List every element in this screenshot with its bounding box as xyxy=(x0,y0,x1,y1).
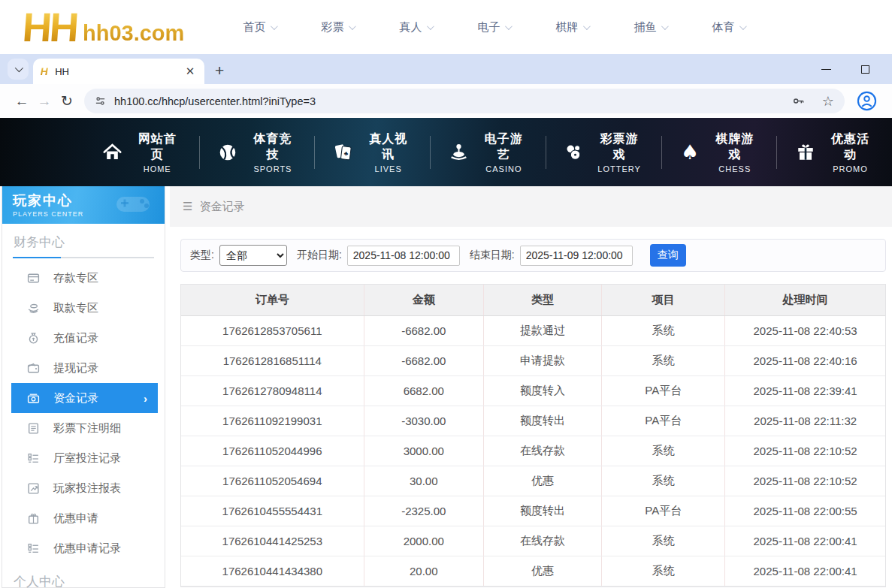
type-select[interactable]: 全部 xyxy=(219,245,287,266)
game-nav-labels: 电子游艺CASINO xyxy=(479,131,528,173)
breadcrumb-label: 资金记录 xyxy=(199,200,244,214)
roulette-icon xyxy=(448,142,470,162)
cards-icon: ♣ xyxy=(332,142,354,162)
site-logo[interactable]: HH hh03.com xyxy=(23,5,184,50)
game-nav-item[interactable]: ♠棋牌游戏CHESS xyxy=(661,136,777,169)
table-row: 1762612816851114-6682.00申请提款系统2025-11-08… xyxy=(181,346,885,376)
sidebar-item-资金记录[interactable]: 资金记录› xyxy=(11,383,158,413)
sidebar-item-提现记录[interactable]: 提现记录 xyxy=(11,353,158,383)
table-row: 1762611092199031-3030.00额度转出PA平台2025-11-… xyxy=(181,406,885,436)
funds-table: 订单号金额类型项目处理时间 1762612853705611-6682.00提款… xyxy=(180,284,886,587)
table-cell: 6682.00 xyxy=(364,376,484,406)
section-underline xyxy=(13,257,154,258)
site-info-icon[interactable] xyxy=(95,95,106,107)
table-row: 1762610455554431-2325.00额度转出PA平台2025-11-… xyxy=(181,496,885,526)
game-nav-item[interactable]: 电子游艺CASINO xyxy=(430,136,546,169)
game-nav-label-zh: 棋牌游戏 xyxy=(710,131,759,163)
table-cell: 2025-11-08 22:40:53 xyxy=(725,316,885,345)
browser-tab[interactable]: H HH ✕ xyxy=(33,59,204,84)
game-nav-item[interactable]: 优惠活动PROMO xyxy=(776,136,892,169)
top-nav: 首页彩票真人电子棋牌捕鱼体育 xyxy=(220,0,767,54)
table-cell: 1762612816851114 xyxy=(181,346,364,375)
table-row: 17626104414252532000.00在线存款系统2025-11-08 … xyxy=(181,526,885,556)
chevron-right-icon: › xyxy=(144,392,147,405)
table-cell: 系统 xyxy=(602,556,725,586)
table-header-cell: 处理时间 xyxy=(725,285,885,315)
game-nav-item[interactable]: ♣真人视讯LIVES xyxy=(314,136,430,169)
url-text[interactable]: hh100.cc/hhcp/usercenter.html?iniType=3 xyxy=(114,95,791,107)
sidebar-item-label: 充值记录 xyxy=(53,331,98,345)
hamburger-icon[interactable]: ☰ xyxy=(183,200,192,213)
game-nav-label-en: LOTTERY xyxy=(595,164,644,173)
tab-search-button[interactable] xyxy=(8,59,29,80)
table-cell: 2025-11-08 22:00:41 xyxy=(725,526,885,556)
top-nav-item[interactable]: 彩票 xyxy=(298,0,376,54)
top-nav-item[interactable]: 体育 xyxy=(689,0,767,54)
search-button[interactable]: 查询 xyxy=(650,244,686,267)
table-cell: 系统 xyxy=(602,316,725,345)
game-nav: 网站首页HOME体育竞技SPORTS♣真人视讯LIVES电子游艺CASINO彩票… xyxy=(0,118,892,186)
table-cell: -6682.00 xyxy=(364,316,484,345)
top-nav-item[interactable]: 电子 xyxy=(455,0,533,54)
tab-close-icon[interactable]: ✕ xyxy=(183,65,197,78)
top-nav-item[interactable]: 捕鱼 xyxy=(611,0,689,54)
top-nav-item[interactable]: 棋牌 xyxy=(533,0,611,54)
lottery-balls-icon xyxy=(564,142,585,162)
sidebar-item-取款专区[interactable]: 取款专区 xyxy=(11,293,158,323)
sidebar-item-存款专区[interactable]: 存款专区 xyxy=(11,263,158,293)
reload-button[interactable]: ↻ xyxy=(56,92,78,110)
table-cell: 2025-11-08 22:40:16 xyxy=(725,346,885,375)
breadcrumb: ☰ 资金记录 xyxy=(170,186,892,227)
sidebar-item-彩票下注明细[interactable]: 彩票下注明细 xyxy=(11,413,158,443)
sidebar-menu: 存款专区取款专区充值记录提现记录资金记录›彩票下注明细厅室投注记录玩家投注报表优… xyxy=(2,263,165,563)
forward-button[interactable]: → xyxy=(33,93,56,110)
password-key-icon[interactable] xyxy=(791,94,806,108)
maximize-button[interactable] xyxy=(861,65,869,74)
logo-hh-text: HH xyxy=(21,5,78,50)
table-cell: 额度转出 xyxy=(484,406,602,436)
bookmark-star-icon[interactable]: ☆ xyxy=(822,93,834,110)
gamepad-icon xyxy=(112,191,156,221)
list-icon xyxy=(27,542,41,555)
tab-title: HH xyxy=(55,66,69,77)
sidebar-item-玩家投注报表[interactable]: 玩家投注报表 xyxy=(11,473,158,503)
table-row: 17626110520449963000.00在线存款系统2025-11-08 … xyxy=(181,436,885,466)
new-tab-button[interactable]: + xyxy=(215,64,224,77)
table-cell: 2025-11-08 22:10:52 xyxy=(725,466,885,496)
table-header-cell: 金额 xyxy=(364,285,484,315)
game-nav-item[interactable]: 体育竞技SPORTS xyxy=(199,136,315,169)
players-center-banner[interactable]: 玩家中心 PLAYERS CENTER xyxy=(2,186,165,224)
top-nav-label: 电子 xyxy=(477,20,500,35)
game-nav-item[interactable]: 网站首页HOME xyxy=(84,136,199,169)
sidebar-item-厅室投注记录[interactable]: 厅室投注记录 xyxy=(11,443,158,473)
main-content: ☰ 资金记录 类型: 全部 开始日期: 结束日期: 查询 订单号金额类型项目处理… xyxy=(165,186,892,588)
sidebar-item-充值记录[interactable]: 充值记录 xyxy=(11,323,158,353)
game-nav-label-en: LIVES xyxy=(364,164,413,173)
window-controls xyxy=(821,65,869,74)
url-bar[interactable]: hh100.cc/hhcp/usercenter.html?iniType=3 … xyxy=(84,89,845,113)
start-date-input[interactable] xyxy=(347,246,460,266)
table-cell: 2025-11-08 22:00:41 xyxy=(725,556,885,586)
table-cell: 1762611052054694 xyxy=(181,466,364,496)
screen: HH hh03.com 首页彩票真人电子棋牌捕鱼体育 H HH ✕ + ← → … xyxy=(0,0,892,588)
profile-avatar-icon[interactable] xyxy=(857,91,877,111)
minimize-button[interactable] xyxy=(821,69,831,70)
sidebar-item-优惠申请记录[interactable]: 优惠申请记录 xyxy=(11,533,158,563)
game-nav-item[interactable]: 彩票游戏LOTTERY xyxy=(546,136,661,169)
top-nav-item[interactable]: 真人 xyxy=(376,0,455,54)
back-button[interactable]: ← xyxy=(11,93,33,110)
logo-domain-text: hh03.com xyxy=(83,17,184,50)
game-nav-label-en: HOME xyxy=(133,164,182,173)
table-cell: 在线存款 xyxy=(484,436,602,466)
top-nav-item[interactable]: 首页 xyxy=(220,0,298,54)
personal-section-title: 个人中心 xyxy=(2,563,165,588)
end-date-input[interactable] xyxy=(520,246,633,266)
table-cell: 额度转出 xyxy=(484,496,602,526)
gift-tag-icon xyxy=(27,512,41,525)
table-body: 1762612853705611-6682.00提款通过系统2025-11-08… xyxy=(181,316,885,586)
table-cell: PA平台 xyxy=(602,376,725,406)
table-row: 176261105205469430.00优惠系统2025-11-08 22:1… xyxy=(181,466,885,496)
sidebar-item-优惠申请[interactable]: 优惠申请 xyxy=(11,503,158,533)
table-header-cell: 订单号 xyxy=(181,285,364,315)
table-cell: 2025-11-08 22:11:32 xyxy=(725,406,885,436)
